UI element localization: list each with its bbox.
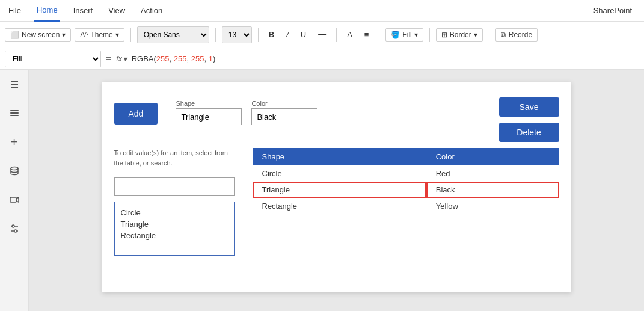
menu-home[interactable]: Home — [34, 0, 60, 22]
toolbar-sep-7 — [489, 28, 489, 42]
formula-display: RGBA(255, 255, 255, 1) — [132, 54, 216, 63]
formula-bar: Fill = fx ▾ RGBA(255, 255, 255, 1) — [0, 48, 644, 70]
fill-button[interactable]: 🪣 Fill ▾ — [385, 28, 423, 42]
list-box[interactable]: Circle Triangle Rectangle — [114, 202, 235, 256]
rgba-prefix: RGBA( — [132, 54, 156, 63]
rgba-comma3: , — [204, 54, 208, 63]
rgba-comma2: , — [187, 54, 191, 63]
align-button[interactable]: ≡ — [360, 26, 373, 43]
menu-file[interactable]: File — [6, 0, 23, 22]
border-button[interactable]: ⊞ Border ▾ — [436, 28, 483, 42]
toolbar-sep-6 — [429, 28, 430, 42]
toolbar-sep-2 — [215, 28, 216, 42]
font-color-button[interactable]: A — [343, 26, 357, 43]
table-row[interactable]: Circle Red — [253, 165, 559, 182]
cell-color: Black — [426, 182, 559, 198]
layers-icon[interactable] — [6, 105, 23, 122]
rgba-suffix: ) — [213, 54, 215, 63]
toolbar-sep-3 — [258, 28, 259, 42]
right-panel: Shape Color Circle Red Triangle Bl — [253, 148, 559, 256]
rgba-comma1: , — [170, 54, 174, 63]
delete-button[interactable]: Delete — [499, 123, 559, 142]
app-canvas: Add Shape Color Save Delete — [102, 82, 571, 292]
plus-icon[interactable]: + — [6, 134, 23, 150]
table-row[interactable]: Rectangle Yellow — [253, 198, 559, 214]
font-size-select[interactable]: 13 — [222, 26, 252, 43]
search-input[interactable] — [114, 177, 235, 196]
rgba-g: 255 — [174, 54, 187, 63]
reorder-icon: ⧉ — [501, 31, 506, 39]
database-icon[interactable] — [6, 162, 23, 179]
svg-rect-4 — [10, 197, 16, 202]
underline-button[interactable]: U — [296, 26, 310, 43]
fx-label: fx ▾ — [116, 55, 126, 63]
fx-chevron-icon: ▾ — [123, 55, 127, 63]
main-area: ☰ + — [0, 70, 644, 311]
border-chevron-icon: ▾ — [474, 31, 477, 39]
menu-items: File Home Insert View Action — [6, 0, 165, 22]
media-icon[interactable] — [6, 191, 23, 208]
svg-point-6 — [12, 225, 14, 227]
data-table: Shape Color Circle Red Triangle Bl — [253, 148, 559, 214]
list-item[interactable]: Circle — [121, 207, 228, 218]
property-select[interactable]: Fill — [5, 51, 101, 67]
color-input[interactable] — [251, 108, 317, 125]
svg-rect-1 — [10, 112, 19, 114]
new-screen-chevron-icon: ▾ — [62, 31, 66, 39]
color-label: Color — [251, 100, 317, 107]
toolbar-sep-5 — [379, 28, 379, 42]
shape-input-group: Shape — [176, 100, 242, 125]
col-shape: Shape — [253, 148, 426, 165]
app-title: SharePoint — [593, 6, 638, 15]
canvas-area: Add Shape Color Save Delete — [29, 70, 644, 311]
rgba-a: 1 — [209, 54, 213, 63]
theme-button[interactable]: Aᴬ Theme ▾ — [75, 28, 124, 42]
save-button[interactable]: Save — [499, 97, 559, 117]
fill-chevron-icon: ▾ — [414, 31, 418, 39]
italic-button[interactable]: / — [282, 26, 293, 43]
add-button[interactable]: Add — [114, 103, 158, 125]
table-row-selected[interactable]: Triangle Black — [253, 182, 559, 198]
menu-bar: File Home Insert View Action SharePoint — [0, 0, 644, 22]
cell-color: Yellow — [426, 198, 559, 214]
reorder-button[interactable]: ⧉ Reorde — [495, 28, 538, 42]
list-item[interactable]: Triangle — [121, 218, 228, 230]
list-item[interactable]: Rectangle — [121, 230, 228, 241]
bold-button[interactable]: B — [265, 26, 278, 43]
hamburger-icon[interactable]: ☰ — [6, 76, 23, 93]
controls-icon[interactable] — [6, 220, 23, 237]
hint-text: To edit value(s) for an item, select fro… — [114, 148, 235, 168]
fill-icon: 🪣 — [391, 31, 400, 39]
screen-icon: ⬜ — [10, 31, 19, 39]
menu-insert[interactable]: Insert — [71, 0, 96, 22]
border-icon: ⊞ — [441, 31, 447, 39]
left-panel: To edit value(s) for an item, select fro… — [114, 148, 235, 256]
cell-color: Red — [426, 165, 559, 182]
cell-shape: Circle — [253, 165, 426, 182]
toolbar: ⬜ New screen ▾ Aᴬ Theme ▾ Open Sans 13 B… — [0, 22, 644, 48]
color-input-group: Color — [251, 100, 317, 125]
toolbar-sep-4 — [336, 28, 337, 42]
rgba-r: 255 — [156, 54, 170, 63]
new-screen-button[interactable]: ⬜ New screen ▾ — [5, 28, 71, 42]
equals-sign: = — [106, 54, 111, 64]
cell-shape: Rectangle — [253, 198, 426, 214]
svg-rect-2 — [10, 115, 19, 116]
svg-point-8 — [14, 230, 17, 232]
col-color: Color — [426, 148, 559, 165]
theme-chevron-icon: ▾ — [115, 31, 119, 39]
menu-view[interactable]: View — [106, 0, 127, 22]
rgba-b: 255 — [191, 54, 204, 63]
menu-action[interactable]: Action — [138, 0, 165, 22]
strikethrough-button[interactable]: — — [314, 26, 330, 43]
sidebar: ☰ + — [0, 70, 29, 311]
cell-shape: Triangle — [253, 182, 426, 198]
svg-point-3 — [11, 167, 18, 170]
shape-label: Shape — [176, 100, 242, 107]
svg-rect-0 — [10, 110, 19, 111]
toolbar-sep-1 — [130, 28, 131, 42]
font-family-select[interactable]: Open Sans — [137, 26, 209, 43]
shape-input[interactable] — [176, 108, 242, 125]
theme-icon: Aᴬ — [80, 31, 88, 39]
